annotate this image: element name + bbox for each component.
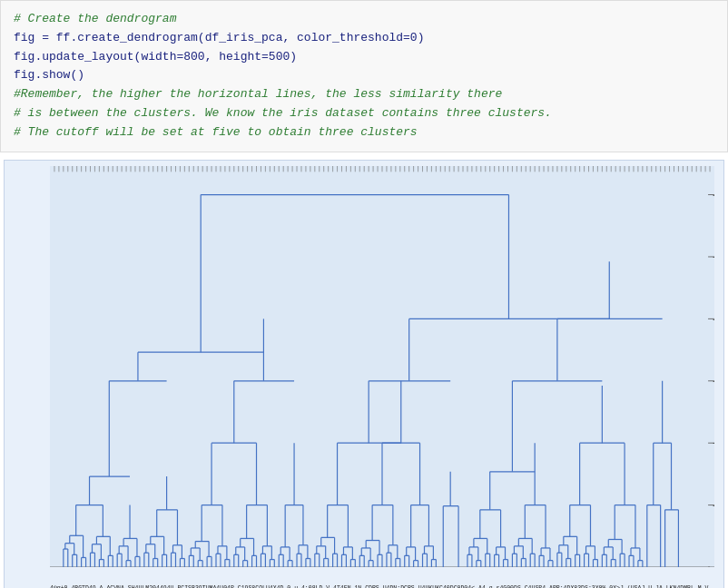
code-line-3: fig.update_layout(width=800, height=500) — [14, 48, 714, 67]
svg-text:-: - — [712, 189, 714, 200]
chart-container: 0 - 1 - 2 - 3 - 4 - 5 - 6 - // Generate … — [4, 160, 724, 588]
svg-text:-: - — [712, 313, 714, 324]
dendrogram-svg: // rendered via SVG below — [50, 166, 714, 567]
svg-text:-: - — [712, 437, 714, 448]
code-line-6: # is between the clusters. We know the i… — [14, 104, 714, 123]
code-line-4: fig.show() — [14, 66, 714, 85]
code-line-7: # The cutoff will be set at five to obta… — [14, 123, 714, 142]
chart-area: // Generate tick marks inline via JS bel… — [50, 166, 714, 567]
svg-text:-: - — [712, 375, 714, 386]
svg-text:-: - — [712, 499, 714, 510]
x-axis-labels: 4ψα+0.4ΒGΤD49-A-ACVNA-SH4ULM204494U.PCIS… — [50, 583, 714, 588]
code-line-2: fig = ff.create_dendrogram(df_iris_pca, … — [14, 29, 714, 48]
code-line-5: #Remember, the higher the horizontal lin… — [14, 85, 714, 104]
svg-text:-: - — [712, 250, 714, 261]
code-block: # Create the dendrogram fig = ff.create_… — [0, 0, 728, 152]
code-line-1: # Create the dendrogram — [14, 10, 714, 29]
svg-text:-: - — [712, 561, 714, 566]
